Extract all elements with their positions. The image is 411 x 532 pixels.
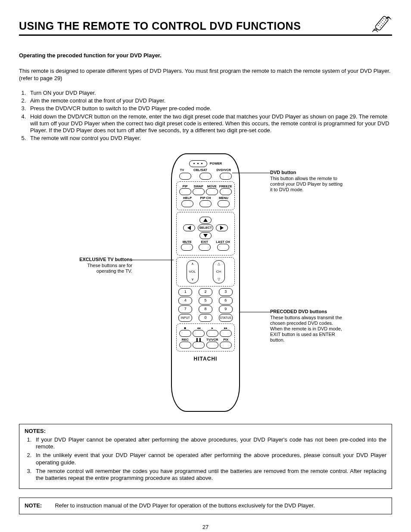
note-item: If your DVD Player cannot be operated af… bbox=[33, 436, 386, 451]
select-button: SELECT bbox=[198, 224, 213, 231]
tvvcr-label: TV/VCR bbox=[206, 338, 218, 342]
brand-label: HITACHI bbox=[175, 356, 236, 362]
svg-point-1 bbox=[383, 18, 384, 19]
notes-box: NOTES: If your DVD Player cannot be oper… bbox=[19, 424, 392, 489]
num-8: 8 bbox=[199, 305, 212, 313]
right-button bbox=[216, 224, 228, 231]
down-button bbox=[199, 232, 212, 239]
callout-exclusive-desc: These buttons are for operating the TV. bbox=[68, 263, 132, 274]
num-9: 9 bbox=[219, 305, 233, 313]
num-0: 0 bbox=[199, 314, 212, 322]
step-item: Press the DVD/VCR button to switch to th… bbox=[28, 105, 392, 112]
num-2: 2 bbox=[199, 288, 212, 296]
mute-label: MUTE bbox=[183, 240, 192, 244]
up-button bbox=[199, 217, 212, 224]
transport-section: ■ ◂◂ ▸ ▸▸ REC ❚❚ TV/VCR PIX bbox=[176, 324, 235, 352]
pipch-label: PIP CH bbox=[200, 196, 211, 200]
vol-rocker: ∧VOL∨ bbox=[187, 260, 199, 283]
input-button: INPUT bbox=[178, 314, 192, 322]
notes-heading: NOTES: bbox=[25, 428, 386, 435]
pix-button bbox=[220, 342, 232, 348]
left-arrow-icon bbox=[187, 226, 191, 230]
page-number: 27 bbox=[19, 524, 392, 531]
rew-button bbox=[193, 330, 205, 337]
status-button: STATUS bbox=[219, 314, 233, 322]
menu-button bbox=[218, 200, 230, 207]
menu-label: MENU bbox=[219, 196, 228, 200]
power-label: POWER bbox=[210, 162, 222, 165]
dvdvcr-label: DVD/VCR bbox=[216, 168, 231, 172]
stop-button bbox=[179, 330, 191, 337]
svg-point-5 bbox=[380, 22, 382, 23]
rec-button bbox=[179, 342, 191, 348]
mute-button bbox=[181, 244, 193, 251]
svg-point-2 bbox=[385, 20, 386, 21]
svg-point-9 bbox=[378, 25, 379, 26]
exit-label: EXIT bbox=[201, 240, 208, 244]
down-arrow-icon bbox=[203, 234, 208, 237]
callout-dvd-desc: This button allows the remote to control… bbox=[270, 176, 343, 193]
pause-button bbox=[193, 342, 205, 348]
tv-label: TV bbox=[180, 168, 184, 172]
section-subheading: Operating the precoded function for your… bbox=[19, 52, 392, 59]
note-item: The remote control will remember the cod… bbox=[33, 468, 386, 482]
select-label: SELECT bbox=[199, 226, 212, 230]
ch-rocker: △CH▽ bbox=[213, 260, 225, 283]
leader-line bbox=[232, 173, 270, 174]
cblsat-label: CBL/SAT bbox=[193, 168, 207, 172]
remote-body: POWER TV CBL/SAT DVD/VCR PIP SWAP MOVE F… bbox=[171, 153, 240, 412]
single-note-box: NOTE: Refer to instruction manual of the… bbox=[19, 498, 392, 514]
freeze-label: FREEZE bbox=[219, 184, 232, 188]
cblsat-button bbox=[199, 173, 212, 180]
numpad: 123 456 789 INPUT 0 STATUS bbox=[175, 288, 236, 322]
steps-list: Turn ON your DVD Player. Aim the remote … bbox=[19, 90, 392, 142]
left-button bbox=[183, 224, 195, 231]
volch-section: ∧VOL∨ △CH▽ bbox=[176, 257, 235, 286]
tv-button bbox=[179, 173, 191, 180]
swap-label: SWAP bbox=[194, 184, 203, 188]
pip-section: PIP SWAP MOVE FREEZE HELP PIP CH MENU bbox=[176, 181, 235, 210]
num-4: 4 bbox=[178, 297, 192, 305]
step-item: Aim the remote control at the front of y… bbox=[28, 97, 392, 104]
intro-paragraph: This remote is designed to operate diffe… bbox=[19, 68, 392, 82]
step-item: Hold down the DVD/VCR button on the remo… bbox=[28, 113, 392, 134]
callout-exclusive: EXCLUSIVE TV buttons These buttons are f… bbox=[68, 257, 132, 274]
help-button bbox=[181, 200, 193, 207]
vol-label: VOL bbox=[189, 270, 196, 274]
up-arrow-icon bbox=[203, 218, 208, 222]
ff-button bbox=[220, 330, 232, 337]
ch-label: CH bbox=[216, 270, 221, 274]
num-5: 5 bbox=[199, 297, 212, 305]
num-6: 6 bbox=[219, 297, 233, 305]
help-label: HELP bbox=[183, 196, 192, 200]
swap-button bbox=[193, 188, 205, 195]
remote-icon bbox=[372, 16, 392, 33]
num-3: 3 bbox=[219, 288, 233, 296]
pip-label: PIP bbox=[183, 184, 188, 188]
step-item: The remote will now control you DVD Play… bbox=[28, 135, 392, 142]
svg-point-7 bbox=[379, 23, 380, 25]
svg-point-8 bbox=[381, 25, 382, 26]
num-7: 7 bbox=[178, 305, 192, 313]
pipch-button bbox=[199, 200, 212, 207]
leader-line bbox=[239, 312, 270, 313]
note-item: In the unlikely event that your DVD Play… bbox=[33, 452, 386, 466]
callout-precoded-title: PRECODED DVD buttons bbox=[270, 309, 346, 314]
right-arrow-icon bbox=[220, 226, 224, 230]
page-header: USING THE REMOTE TO CONTROL DVD FUNCTION… bbox=[19, 16, 392, 36]
pip-button bbox=[179, 188, 191, 195]
dvdvcr-button bbox=[220, 173, 232, 180]
move-button bbox=[206, 188, 218, 195]
play-button bbox=[206, 330, 218, 337]
lastch-button bbox=[217, 244, 229, 251]
svg-point-10 bbox=[380, 26, 381, 28]
page-title: USING THE REMOTE TO CONTROL DVD FUNCTION… bbox=[19, 19, 301, 33]
num-1: 1 bbox=[178, 288, 192, 296]
move-label: MOVE bbox=[207, 184, 217, 188]
power-button bbox=[189, 160, 207, 167]
callout-exclusive-title: EXCLUSIVE TV buttons bbox=[68, 257, 132, 262]
leader-line bbox=[131, 260, 174, 261]
lastch-label: LAST CH bbox=[216, 240, 230, 244]
svg-point-4 bbox=[384, 22, 385, 23]
exit-button bbox=[199, 244, 211, 251]
